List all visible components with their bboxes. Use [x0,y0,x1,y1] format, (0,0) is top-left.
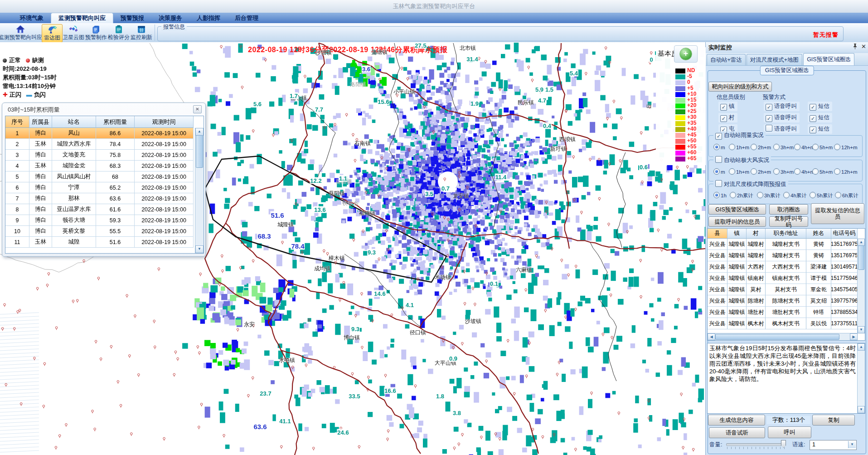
radio-icon[interactable] [729,168,735,175]
voice-call-checkbox-1[interactable]: ✓语音呼叫 [764,102,800,111]
table-row[interactable]: 5博白凤山镇凤山村682022-08-19 15:00 [5,171,204,182]
menu-tab-2[interactable]: 监测预警靶向叫应 [51,13,113,23]
menu-tab-1[interactable]: 环境气象 [13,13,51,23]
radio-option-2h累计[interactable]: 2h累计 [730,192,753,199]
table-row[interactable]: 兴业县城隍镇枫木村枫木村支书吴以悦137375511 [708,318,865,329]
radio-icon[interactable] [713,168,720,175]
table-row[interactable]: 兴业县城隍镇城隍村城隍村支书黄铸135176975 [708,250,865,261]
radio-icon[interactable] [783,192,790,198]
message-box[interactable]: 玉林市气象台19日5时15分发布暴雨橙色预警信号：4时以来兴业县城隍大西水库已出… [707,343,865,414]
volume-slider[interactable] [726,443,786,446]
table-row[interactable]: 兴业县城隍镇陈塘村陈塘村支书莫文绍139775796 [708,295,865,307]
radio-icon[interactable] [773,144,780,150]
wind-group-checkbox[interactable] [715,156,722,163]
scroll-thumb[interactable] [715,334,839,340]
toolbar-button-clipboard[interactable]: 检验评分 [108,24,130,42]
table-row[interactable]: 10博白英桥文黎55.52022-08-19 15:00 [5,226,204,237]
checkbox-icon[interactable]: ✓ [810,104,816,111]
panel-close-icon[interactable]: ✕ [861,44,866,49]
radio-icon[interactable] [834,168,840,175]
toolbar-button-doc[interactable]: 预警制作 [85,24,107,42]
radio-icon[interactable] [834,144,840,150]
tab-3[interactable]: GIS预警区域圈选 [803,53,854,65]
pin-icon[interactable] [853,44,858,49]
radio-option-m[interactable]: m [713,168,725,175]
radio-icon[interactable] [794,168,800,175]
scroll-down-icon[interactable]: ▼ [858,326,865,333]
voice-call-checkbox-3[interactable]: 语音呼叫 [764,124,800,133]
radio-icon[interactable] [812,168,819,175]
extract-sms-button[interactable]: 提取发短信的信息员 [811,203,864,224]
scroll-up-icon[interactable]: ▲ [195,128,204,136]
table-row[interactable]: 兴业县城隍镇城隍村城隍村支书黄铸135176975 [708,239,865,250]
radio-icon[interactable] [835,192,841,198]
radar-map[interactable]: 2022-08-19 12时36分至2022-08-19 12时46分累积降水预… [0,42,706,455]
cancel-select-button[interactable]: 取消圈选 [769,204,808,215]
checkbox-icon[interactable] [766,125,772,132]
contacts-hscrollbar[interactable]: ◀ ▶ [708,333,858,340]
scroll-up-icon[interactable]: ▲ [858,343,865,351]
table-row[interactable]: 3博白文地姜充75.82022-08-19 15:00 [5,150,204,161]
toolbar-button-satellite[interactable]: 卫星云图 [63,24,84,42]
table-row[interactable]: 兴业县城隍镇镇南村镇南村支书谭于模151775946 [708,273,865,284]
scroll-thumb[interactable] [196,135,203,168]
tab-2[interactable]: 对流尺度模式+地图 [747,54,802,65]
radio-option-4h+m[interactable]: 4h+m [794,144,815,150]
radio-option-2h+m[interactable]: 2h+m [751,144,771,150]
checkbox-icon[interactable]: ✓ [720,104,727,111]
menu-tab-3[interactable]: 预警预报 [113,13,151,23]
radio-option-4h累计[interactable]: 4h累计 [783,192,807,199]
radio-option-5h累计[interactable]: 5h累计 [810,192,833,199]
table-row[interactable]: 2玉林城隍大西水库78.42022-08-19 15:00 [5,139,204,150]
radio-icon[interactable] [713,144,720,150]
scroll-thumb[interactable] [858,245,864,270]
radio-option-6h累计[interactable]: 6h累计 [835,192,858,199]
extract-call-button[interactable]: 提取呼叫的信息员 [708,216,766,227]
radio-icon[interactable] [713,192,720,198]
table-row[interactable]: 8博白亚山温罗水库61.62022-08-19 15:00 [5,204,204,215]
radio-icon[interactable] [751,168,757,175]
checkbox-icon[interactable]: ✓ [810,115,816,122]
copy-number-button[interactable]: 复制呼叫号码 [769,216,808,227]
radio-option-1h[interactable]: 1h [713,192,727,198]
call-level-mode-button[interactable]: 靶向叫应的级别和方式 [708,82,772,92]
table-row[interactable]: 兴业县城隍镇大西村大西村支书梁泽建130149571 [708,261,865,273]
radio-icon[interactable] [812,144,819,150]
scroll-up-icon[interactable]: ▲ [858,239,865,246]
checkbox-icon[interactable]: ✓ [810,127,816,133]
voice-preview-button[interactable]: 语音试听 [709,427,765,438]
menu-tab-6[interactable]: 后台管理 [228,13,266,23]
menu-tab-5[interactable]: 人影指挥 [189,13,228,23]
toolbar-button-home[interactable]: 监测预警靶向叫应 [1,24,40,42]
radio-option-12h+m[interactable]: 12h+m [834,144,857,150]
scroll-right-icon[interactable]: ▶ [850,333,858,340]
generate-message-button[interactable]: 生成信息内容 [708,415,765,426]
radio-option-2h+m[interactable]: 2h+m [751,168,771,175]
radio-option-3h累计[interactable]: 3h累计 [757,192,781,199]
radio-option-1h+m[interactable]: 1h+m [729,144,749,150]
radio-option-3h+m[interactable]: 3h+m [773,168,794,175]
rain-table-scrollbar[interactable]: ▲ ▼ [195,128,204,253]
radio-option-12h+m[interactable]: 12h+m [834,168,857,175]
scroll-down-icon[interactable]: ▼ [858,406,865,413]
level-checkbox-2[interactable]: ✓村 [718,113,737,122]
table-row[interactable]: 1博白凤山86.62022-08-19 15:00 [5,128,204,139]
checkbox-icon[interactable]: ✓ [766,115,772,122]
sms-checkbox-1[interactable]: ✓短信 [808,102,832,111]
toolbar-button-grid[interactable]: 监控刷新 [131,24,152,42]
radio-option-3h+m[interactable]: 3h+m [773,144,794,150]
level-checkbox-1[interactable]: ✓镇 [718,102,737,111]
table-row[interactable]: 兴业县城隍镇莫村莫村支书覃金乾134575405 [708,284,865,295]
sms-checkbox-2[interactable]: ✓短信 [808,113,832,122]
scroll-down-icon[interactable]: ▼ [195,245,204,253]
message-scrollbar[interactable]: ▲ ▼ [857,343,865,413]
menu-tab-4[interactable]: 决策服务 [151,13,189,23]
radio-option-m[interactable]: m [713,144,725,150]
rain-group-checkbox[interactable]: ✓ [715,133,722,140]
sms-checkbox-3[interactable]: ✓短信 [808,124,832,134]
table-row[interactable]: 7博白那林63.62022-08-19 15:00 [5,193,204,204]
forecast-group-checkbox[interactable] [715,180,722,187]
zoom-plus-icon[interactable]: + [679,48,692,60]
contacts-vscrollbar[interactable]: ▲ ▼ [857,239,865,333]
table-row[interactable]: 11玉林城隍51.62022-08-19 15:00 [5,237,204,248]
